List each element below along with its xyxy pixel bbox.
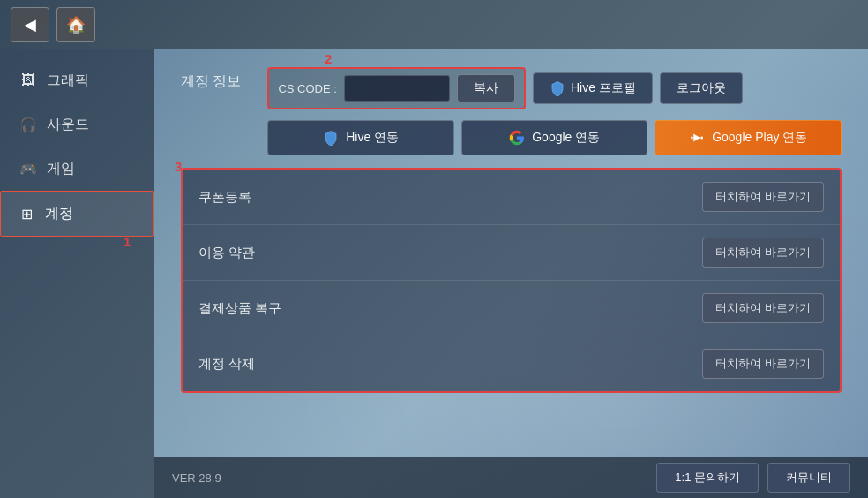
sidebar-item-game[interactable]: 🎮 게임 [0,147,154,191]
googleplay-connect-button[interactable]: Google Play 연동 [655,120,842,155]
sidebar-item-label: 사운드 [47,116,89,134]
sidebar-item-label: 그래픽 [47,72,89,90]
section-header: 계정 정보 CS CODE : 복사 Hive 프로필 로그아웃 [181,67,842,155]
community-button[interactable]: 커뮤니티 [767,463,850,493]
menu-item-restore: 결제상품 복구 터치하여 바로가기 [183,281,840,336]
inquiry-button[interactable]: 1:1 문의하기 [656,463,759,493]
main-content: 계정 정보 CS CODE : 복사 Hive 프로필 로그아웃 [154,49,868,498]
sidebar-item-sound[interactable]: 🎧 사운드 [0,102,154,147]
sidebar-item-graphics[interactable]: 🖼 그래픽 [0,58,154,102]
menu-list: 쿠폰등록 터치하여 바로가기 이용 약관 터치하여 바로가기 결제상품 복구 터… [181,168,842,393]
game-icon: 🎮 [19,159,38,178]
hive-shield-icon [550,80,565,96]
back-button[interactable]: ◀ [11,7,49,42]
restore-goto-button[interactable]: 터치하여 바로가기 [702,293,824,323]
terms-goto-button[interactable]: 터치하여 바로가기 [702,238,824,268]
hive-connect-button[interactable]: Hive 연동 [267,120,454,155]
annotation-2: 2 [325,51,332,66]
google-conn-label: Google 연동 [532,130,600,146]
coupon-goto-button[interactable]: 터치하여 바로가기 [702,182,824,212]
cs-code-label: CS CODE : [278,82,336,95]
menu-item-coupon-label: 쿠폰등록 [198,189,251,206]
menu-item-delete-label: 계정 삭제 [198,356,255,373]
menu-item-delete: 계정 삭제 터치하여 바로가기 [183,336,840,391]
graphics-icon: 🖼 [19,71,38,90]
connection-row: Hive 연동 Google 연동 [267,120,842,155]
hive-profile-button[interactable]: Hive 프로필 [533,72,653,104]
svg-rect-1 [701,137,703,140]
version-text: VER 28.9 [172,472,221,485]
cs-code-input[interactable] [344,75,450,102]
logout-button[interactable]: 로그아웃 [660,72,743,104]
delete-goto-button[interactable]: 터치하여 바로가기 [702,349,824,379]
cs-code-row: CS CODE : 복사 [267,67,525,109]
bottom-bar: VER 28.9 1:1 문의하기 커뮤니티 [154,457,868,498]
sound-icon: 🎧 [19,115,38,134]
google-connect-button[interactable]: Google 연동 [461,120,648,155]
sidebar-item-label: 게임 [47,160,75,178]
section-label: 계정 정보 [181,67,241,91]
gamepad-icon [689,130,705,146]
account-controls: CS CODE : 복사 Hive 프로필 로그아웃 [267,67,842,155]
menu-item-terms-label: 이용 약관 [198,245,255,261]
home-button[interactable]: 🏠 [56,7,95,42]
sidebar: 🖼 그래픽 🎧 사운드 🎮 게임 ⊞ 계정 [0,49,154,498]
google-icon [509,130,525,146]
svg-rect-0 [691,137,692,140]
hive-conn-icon [323,130,339,146]
top-nav: ◀ 🏠 [0,0,868,49]
menu-item-terms: 이용 약관 터치하여 바로가기 [183,225,840,281]
logout-label: 로그아웃 [677,80,726,96]
googleplay-conn-label: Google Play 연동 [712,130,807,146]
menu-item-coupon: 쿠폰등록 터치하여 바로가기 [183,170,840,225]
account-icon: ⊞ [17,204,36,223]
hive-profile-label: Hive 프로필 [571,80,636,96]
copy-button[interactable]: 복사 [457,74,515,102]
hive-conn-label: Hive 연동 [346,130,399,146]
sidebar-item-account[interactable]: ⊞ 계정 [0,191,154,237]
annotation-1: 1 [123,234,131,249]
annotation-3: 3 [175,159,182,174]
menu-item-restore-label: 결제상품 복구 [198,300,281,317]
sidebar-item-label: 계정 [45,205,73,223]
